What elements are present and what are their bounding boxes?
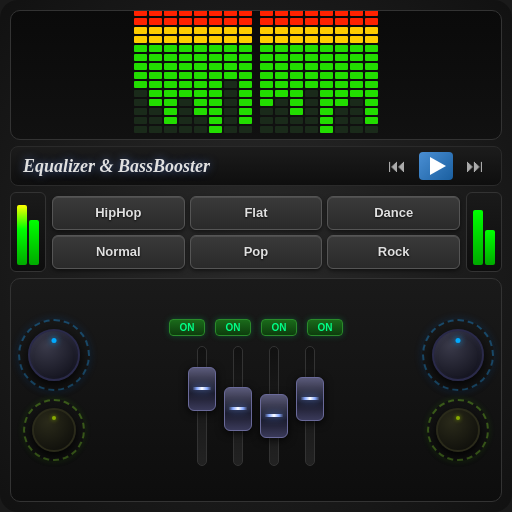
eq-toggle-1[interactable]: ON <box>169 319 205 336</box>
right-knob-group <box>423 320 493 460</box>
right-level-fader <box>466 192 502 272</box>
fader-3-track[interactable] <box>260 346 288 466</box>
eq-toggle-2[interactable]: ON <box>215 319 251 336</box>
left-knob-group <box>19 320 89 460</box>
knob-bottom-left[interactable] <box>24 400 84 460</box>
fader-4-track[interactable] <box>296 346 324 466</box>
preset-normal-button[interactable]: Normal <box>52 235 185 269</box>
play-button[interactable] <box>419 152 453 180</box>
prev-button[interactable]: ⏮ <box>383 152 411 180</box>
eq-toggle-4[interactable]: ON <box>307 319 343 336</box>
left-level-fader <box>10 192 46 272</box>
transport-controls: ⏮ ⏭ <box>383 152 489 180</box>
knob-top-left[interactable] <box>19 320 89 390</box>
eq-toggles: ON ON ON ON <box>149 315 363 340</box>
knob-top-right[interactable] <box>423 320 493 390</box>
fader-1 <box>188 346 216 466</box>
preset-rock-button[interactable]: Rock <box>327 235 460 269</box>
preset-dance-button[interactable]: Dance <box>327 196 460 230</box>
next-button[interactable]: ⏭ <box>461 152 489 180</box>
eq-toggle-3[interactable]: ON <box>261 319 297 336</box>
eq-faders <box>180 346 332 466</box>
preset-pop-button[interactable]: Pop <box>190 235 323 269</box>
preset-flat-button[interactable]: Flat <box>190 196 323 230</box>
app-container: Equalizer & BassBooster ⏮ ⏭ HipHop Flat … <box>0 0 512 512</box>
center-faders: ON ON ON ON <box>89 315 423 466</box>
preset-section: HipHop Flat Dance Normal Pop Rock <box>10 192 502 272</box>
title-bar: Equalizer & BassBooster ⏮ ⏭ <box>10 146 502 186</box>
fader-1-track[interactable] <box>188 346 216 466</box>
preset-hiphop-button[interactable]: HipHop <box>52 196 185 230</box>
knob-bottom-right[interactable] <box>428 400 488 460</box>
fader-4 <box>296 346 324 466</box>
vu-meter <box>10 10 502 140</box>
preset-grid: HipHop Flat Dance Normal Pop Rock <box>52 196 460 269</box>
app-title: Equalizer & BassBooster <box>23 156 210 177</box>
fader-3 <box>260 346 288 466</box>
fader-2-track[interactable] <box>224 346 252 466</box>
fader-2 <box>224 346 252 466</box>
eq-section: ON ON ON ON <box>10 278 502 502</box>
